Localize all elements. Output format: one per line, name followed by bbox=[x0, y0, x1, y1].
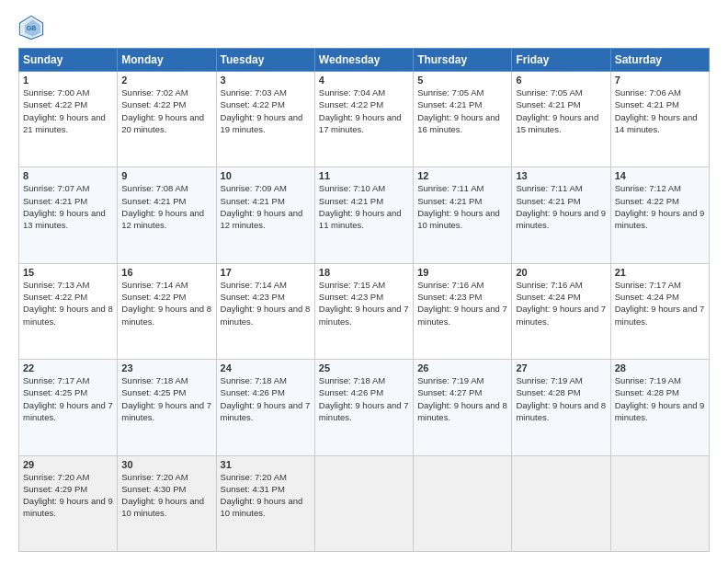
calendar-cell: 13 Sunrise: 7:11 AM Sunset: 4:21 PM Dayl… bbox=[512, 167, 610, 263]
calendar-week-row: 29 Sunrise: 7:20 AM Sunset: 4:29 PM Dayl… bbox=[19, 455, 710, 551]
day-header: Sunday bbox=[19, 49, 118, 72]
cell-info: Sunrise: 7:03 AM Sunset: 4:22 PM Dayligh… bbox=[221, 86, 311, 135]
calendar-cell: 16 Sunrise: 7:14 AM Sunset: 4:22 PM Dayl… bbox=[118, 263, 216, 359]
cell-info: Sunrise: 7:11 AM Sunset: 4:21 PM Dayligh… bbox=[417, 182, 507, 231]
calendar-week-row: 15 Sunrise: 7:13 AM Sunset: 4:22 PM Dayl… bbox=[19, 263, 710, 359]
calendar-cell: 3 Sunrise: 7:03 AM Sunset: 4:22 PM Dayli… bbox=[216, 72, 314, 167]
day-number: 8 bbox=[23, 170, 113, 181]
calendar-cell: 21 Sunrise: 7:17 AM Sunset: 4:24 PM Dayl… bbox=[610, 263, 709, 359]
calendar-table: SundayMondayTuesdayWednesdayThursdayFrid… bbox=[18, 48, 710, 552]
day-number: 29 bbox=[23, 459, 113, 470]
cell-info: Sunrise: 7:13 AM Sunset: 4:22 PM Dayligh… bbox=[23, 279, 113, 327]
svg-text:GB: GB bbox=[27, 25, 37, 31]
day-number: 16 bbox=[121, 267, 211, 278]
day-number: 11 bbox=[319, 170, 409, 181]
day-number: 30 bbox=[121, 459, 211, 470]
calendar-cell: 15 Sunrise: 7:13 AM Sunset: 4:22 PM Dayl… bbox=[19, 263, 118, 359]
day-number: 19 bbox=[417, 267, 507, 278]
cell-info: Sunrise: 7:18 AM Sunset: 4:25 PM Dayligh… bbox=[121, 374, 211, 423]
calendar-cell: 17 Sunrise: 7:14 AM Sunset: 4:23 PM Dayl… bbox=[216, 263, 314, 359]
day-number: 13 bbox=[516, 170, 606, 181]
day-header: Friday bbox=[512, 49, 610, 72]
cell-info: Sunrise: 7:18 AM Sunset: 4:26 PM Dayligh… bbox=[319, 374, 409, 423]
cell-info: Sunrise: 7:14 AM Sunset: 4:23 PM Dayligh… bbox=[221, 279, 311, 327]
day-header: Thursday bbox=[414, 49, 512, 72]
cell-info: Sunrise: 7:11 AM Sunset: 4:21 PM Dayligh… bbox=[516, 182, 606, 231]
calendar-cell bbox=[414, 455, 512, 551]
cell-info: Sunrise: 7:00 AM Sunset: 4:22 PM Dayligh… bbox=[23, 86, 113, 135]
day-number: 18 bbox=[319, 267, 409, 278]
calendar-cell: 5 Sunrise: 7:05 AM Sunset: 4:21 PM Dayli… bbox=[414, 72, 512, 167]
cell-info: Sunrise: 7:20 AM Sunset: 4:30 PM Dayligh… bbox=[121, 471, 211, 520]
day-number: 10 bbox=[221, 170, 311, 181]
day-number: 27 bbox=[516, 362, 606, 373]
calendar-cell: 25 Sunrise: 7:18 AM Sunset: 4:26 PM Dayl… bbox=[314, 360, 413, 455]
day-number: 31 bbox=[221, 459, 311, 470]
day-number: 14 bbox=[615, 170, 705, 181]
cell-info: Sunrise: 7:14 AM Sunset: 4:22 PM Dayligh… bbox=[121, 279, 211, 327]
calendar-week-row: 8 Sunrise: 7:07 AM Sunset: 4:21 PM Dayli… bbox=[19, 167, 710, 263]
calendar-cell: 9 Sunrise: 7:08 AM Sunset: 4:21 PM Dayli… bbox=[118, 167, 216, 263]
calendar-cell bbox=[512, 455, 610, 551]
calendar-cell: 24 Sunrise: 7:18 AM Sunset: 4:26 PM Dayl… bbox=[216, 360, 314, 455]
cell-info: Sunrise: 7:20 AM Sunset: 4:31 PM Dayligh… bbox=[221, 471, 311, 520]
day-header: Saturday bbox=[610, 49, 709, 72]
day-number: 1 bbox=[23, 75, 113, 86]
page: GB SundayMondayTuesdayWednesdayThursdayF… bbox=[0, 0, 728, 563]
day-number: 20 bbox=[516, 267, 606, 278]
cell-info: Sunrise: 7:09 AM Sunset: 4:21 PM Dayligh… bbox=[221, 182, 311, 231]
calendar-header-row: SundayMondayTuesdayWednesdayThursdayFrid… bbox=[19, 49, 710, 72]
cell-info: Sunrise: 7:17 AM Sunset: 4:24 PM Dayligh… bbox=[615, 279, 705, 327]
calendar-cell: 19 Sunrise: 7:16 AM Sunset: 4:23 PM Dayl… bbox=[414, 263, 512, 359]
cell-info: Sunrise: 7:19 AM Sunset: 4:27 PM Dayligh… bbox=[417, 374, 507, 423]
calendar-cell: 10 Sunrise: 7:09 AM Sunset: 4:21 PM Dayl… bbox=[216, 167, 314, 263]
day-number: 22 bbox=[23, 362, 113, 373]
calendar-cell: 23 Sunrise: 7:18 AM Sunset: 4:25 PM Dayl… bbox=[118, 360, 216, 455]
day-number: 24 bbox=[221, 362, 311, 373]
calendar-cell: 11 Sunrise: 7:10 AM Sunset: 4:21 PM Dayl… bbox=[314, 167, 413, 263]
cell-info: Sunrise: 7:19 AM Sunset: 4:28 PM Dayligh… bbox=[516, 374, 606, 423]
cell-info: Sunrise: 7:10 AM Sunset: 4:21 PM Dayligh… bbox=[319, 182, 409, 231]
cell-info: Sunrise: 7:05 AM Sunset: 4:21 PM Dayligh… bbox=[516, 86, 606, 135]
day-header: Wednesday bbox=[314, 49, 413, 72]
day-number: 12 bbox=[417, 170, 507, 181]
calendar-cell: 18 Sunrise: 7:15 AM Sunset: 4:23 PM Dayl… bbox=[314, 263, 413, 359]
calendar-cell: 27 Sunrise: 7:19 AM Sunset: 4:28 PM Dayl… bbox=[512, 360, 610, 455]
cell-info: Sunrise: 7:02 AM Sunset: 4:22 PM Dayligh… bbox=[121, 86, 211, 135]
cell-info: Sunrise: 7:18 AM Sunset: 4:26 PM Dayligh… bbox=[221, 374, 311, 423]
calendar-cell bbox=[314, 455, 413, 551]
cell-info: Sunrise: 7:06 AM Sunset: 4:21 PM Dayligh… bbox=[615, 86, 705, 135]
calendar-cell: 14 Sunrise: 7:12 AM Sunset: 4:22 PM Dayl… bbox=[610, 167, 709, 263]
calendar-cell: 26 Sunrise: 7:19 AM Sunset: 4:27 PM Dayl… bbox=[414, 360, 512, 455]
calendar-cell: 12 Sunrise: 7:11 AM Sunset: 4:21 PM Dayl… bbox=[414, 167, 512, 263]
cell-info: Sunrise: 7:12 AM Sunset: 4:22 PM Dayligh… bbox=[615, 182, 705, 231]
cell-info: Sunrise: 7:17 AM Sunset: 4:25 PM Dayligh… bbox=[23, 374, 113, 423]
day-number: 4 bbox=[319, 75, 409, 86]
calendar-cell bbox=[610, 455, 709, 551]
calendar-week-row: 1 Sunrise: 7:00 AM Sunset: 4:22 PM Dayli… bbox=[19, 72, 710, 167]
day-number: 21 bbox=[615, 267, 705, 278]
cell-info: Sunrise: 7:16 AM Sunset: 4:24 PM Dayligh… bbox=[516, 279, 606, 327]
day-header: Monday bbox=[118, 49, 216, 72]
day-number: 9 bbox=[121, 170, 211, 181]
cell-info: Sunrise: 7:16 AM Sunset: 4:23 PM Dayligh… bbox=[417, 279, 507, 327]
calendar-cell: 6 Sunrise: 7:05 AM Sunset: 4:21 PM Dayli… bbox=[512, 72, 610, 167]
day-number: 23 bbox=[121, 362, 211, 373]
calendar-cell: 29 Sunrise: 7:20 AM Sunset: 4:29 PM Dayl… bbox=[19, 455, 118, 551]
day-number: 7 bbox=[615, 75, 705, 86]
calendar-cell: 4 Sunrise: 7:04 AM Sunset: 4:22 PM Dayli… bbox=[314, 72, 413, 167]
logo-icon: GB bbox=[18, 15, 44, 40]
calendar-cell: 20 Sunrise: 7:16 AM Sunset: 4:24 PM Dayl… bbox=[512, 263, 610, 359]
calendar-cell: 1 Sunrise: 7:00 AM Sunset: 4:22 PM Dayli… bbox=[19, 72, 118, 167]
day-number: 15 bbox=[23, 267, 113, 278]
calendar-cell: 31 Sunrise: 7:20 AM Sunset: 4:31 PM Dayl… bbox=[216, 455, 314, 551]
calendar-cell: 30 Sunrise: 7:20 AM Sunset: 4:30 PM Dayl… bbox=[118, 455, 216, 551]
day-number: 26 bbox=[417, 362, 507, 373]
cell-info: Sunrise: 7:20 AM Sunset: 4:29 PM Dayligh… bbox=[23, 471, 113, 520]
cell-info: Sunrise: 7:05 AM Sunset: 4:21 PM Dayligh… bbox=[417, 86, 507, 135]
cell-info: Sunrise: 7:19 AM Sunset: 4:28 PM Dayligh… bbox=[615, 374, 705, 423]
logo: GB bbox=[18, 15, 48, 40]
day-header: Tuesday bbox=[216, 49, 314, 72]
day-number: 25 bbox=[319, 362, 409, 373]
cell-info: Sunrise: 7:07 AM Sunset: 4:21 PM Dayligh… bbox=[23, 182, 113, 231]
